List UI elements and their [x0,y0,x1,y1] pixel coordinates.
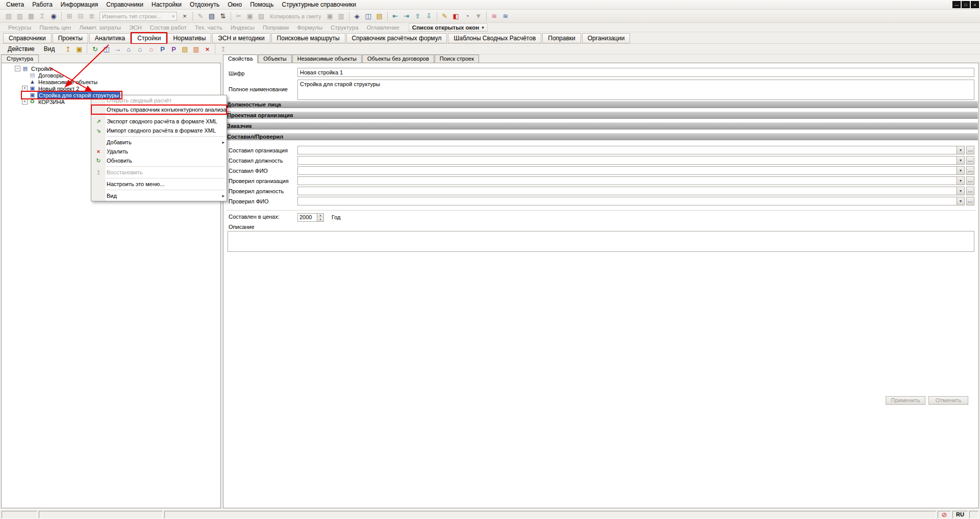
section-dolzhnostnye-lica[interactable]: Должностные лица [224,101,978,108]
highlight-pencil-icon[interactable]: ✎ [439,11,450,21]
fullname-input[interactable]: Стройка для старой структуры [297,80,974,100]
tab-analitika[interactable]: Аналитика [89,33,131,43]
ctx-export-xml[interactable]: ⇗ Экспорт сводного расчёта в формате XML [91,117,227,126]
tree-item-stroyka-dlya-staroy-struktury[interactable]: ▣ Стройка для старой структуры [2,92,120,98]
building-blue-icon[interactable]: ⌂ [123,44,134,54]
indent-increase-icon[interactable]: ⇥ [401,11,412,21]
tree-expander-icon[interactable] [22,79,28,85]
menu-rabota[interactable]: Работа [28,0,57,9]
building-teal-icon[interactable]: ⌂ [134,44,145,54]
tree-item-korzina[interactable]: + ♻ КОРЗИНА [2,98,66,105]
pie-chart-icon[interactable]: ◔ [462,11,473,21]
close-button[interactable]: × [971,1,979,8]
tree-expander-icon[interactable]: + [22,86,28,91]
tree-item-stroyki[interactable]: − ▦ Стройки [2,65,54,72]
code-input[interactable]: Новая стройка 1 [297,68,974,77]
combo-input[interactable]: ▾ [297,187,965,195]
windows-stack-icon[interactable]: ◫ [363,11,374,21]
combo-input[interactable]: ▾ [297,166,965,175]
project-flag-alt-icon[interactable]: P [168,44,179,54]
menu-vid[interactable]: Вид [39,45,60,53]
search-icon[interactable]: ◉ [48,11,59,21]
tree-expander-icon[interactable] [22,92,28,98]
menu-strukturnye-spravochniki[interactable]: Структурные справочники [278,0,360,9]
layers-back-icon[interactable]: ≋ [500,11,511,21]
templates-icon[interactable]: ▤ [374,11,385,21]
menu-spravochniki[interactable]: Справочники [102,0,147,9]
open-windows-dropdown[interactable]: Список открытых окон ▾ [409,23,488,32]
chevron-down-icon[interactable]: ▾ [957,167,964,174]
sort-ascending-icon[interactable]: ⇧ [412,11,423,21]
layers-front-icon[interactable]: ≋ [489,11,500,21]
fill-color-icon[interactable]: ◧ [450,11,462,21]
ellipsis-button[interactable]: … [966,197,974,205]
tab-popravki[interactable]: Поправки [542,33,581,43]
rtab-nezavisimye-obekty[interactable]: Независимые объекты [292,55,362,63]
tree-item-nezavisimye-obekty[interactable]: ▲ Независимые объекты [2,79,98,85]
spin-up-icon[interactable]: ▲ [317,214,323,218]
minimize-button[interactable]: — [952,1,961,8]
ctx-nastroit-menu[interactable]: Настроить это меню... [91,179,227,189]
folder-open-icon[interactable]: ▣ [73,44,85,54]
basket-icon[interactable]: ▥ [190,44,202,54]
menu-nastroyki[interactable]: Настройки [147,0,186,9]
ellipsis-button[interactable]: … [966,146,974,154]
menu-pomosch[interactable]: Помощь [246,0,278,9]
calc-book-icon[interactable]: ▤ [206,11,217,21]
spin-down-icon[interactable]: ▼ [317,218,323,222]
description-textarea[interactable] [228,231,974,252]
rtab-svoystva[interactable]: Свойства [223,55,258,63]
delete-icon[interactable]: × [202,44,213,54]
tab-esn-i-metodiki[interactable]: ЭСН и методики [212,33,270,43]
chevron-down-icon[interactable]: ▾ [957,197,964,205]
tree-expander-icon[interactable]: + [22,99,28,105]
ellipsis-button[interactable]: … [966,156,974,165]
chevron-down-icon[interactable]: ▾ [957,157,964,164]
ctx-vid[interactable]: Вид ▸ [91,191,227,200]
building-pink-icon[interactable]: ⌂ [145,44,157,54]
chevron-down-icon[interactable]: ▾ [957,187,964,195]
menu-deystvie[interactable]: Действие [3,45,39,53]
chevron-down-icon[interactable]: ▾ [957,177,964,185]
go-forward-icon[interactable]: → [112,44,123,54]
indent-decrease-icon[interactable]: ⇤ [390,11,401,21]
section-proektnaya-organizaciya[interactable]: Проектная организация [224,112,978,119]
project-flag-icon[interactable]: P [157,44,168,54]
tab-shablony-svodnyh-raschetov[interactable]: Шаблоны Сводных Расчётов [448,33,541,43]
tree-item-dogovory[interactable]: ▤ Договоры [2,72,64,79]
ctx-obnovit[interactable]: ↻ Обновить [91,156,227,165]
menu-okno[interactable]: Окно [223,0,246,9]
combo-input[interactable]: ▾ [297,197,965,205]
tree-expander-icon[interactable]: − [15,66,20,71]
tab-spravochnik-raschetnyh-formul[interactable]: Справочник расчётных формул [346,33,447,43]
tree-expander-icon[interactable] [22,72,28,78]
sort-descending-icon[interactable]: ⇩ [423,11,435,21]
refresh-icon[interactable]: ↻ [89,44,100,54]
combo-input[interactable]: ▾ [297,156,965,165]
ctx-dobavit[interactable]: Добавить ▸ [91,138,227,147]
maximize-button[interactable]: □ [962,1,970,8]
reference-book-icon[interactable]: ◈ [351,11,363,21]
ellipsis-button[interactable]: … [966,176,974,185]
ctx-udalit[interactable]: × Удалить [91,147,227,156]
menu-informaciya[interactable]: Информация [57,0,102,9]
year-spinner[interactable]: 2000 ▲ ▼ [297,213,324,222]
tab-poiskovye-marshruty[interactable]: Поисковые маршруты [271,33,345,43]
combo-input[interactable]: ▾ [297,176,965,185]
tree-item-novyi-proekt-2[interactable]: + ▣ Новый проект 2 [2,85,80,92]
move-rows-icon[interactable]: ⇅ [217,11,229,21]
tab-proekty[interactable]: Проекты [53,33,88,43]
chevron-down-icon[interactable]: ▾ [957,146,964,154]
ellipsis-button[interactable]: … [966,166,974,175]
note-icon[interactable]: ▤ [179,44,190,54]
menu-otdohnut[interactable]: Отдохнуть [186,0,223,9]
ctx-open-konyunkturny-analiz[interactable]: Открыть справочник конъюнктурного анализ… [91,105,227,114]
rtab-obekty-bez-dogovorov[interactable]: Объекты без договоров [362,55,434,63]
structure-tab[interactable]: Структура [1,55,39,63]
rtab-obekty[interactable]: Объекты [258,55,291,63]
section-sostavil-proveril[interactable]: Составил/Проверил [224,133,978,140]
language-indicator[interactable]: RU [952,511,968,518]
clear-row-type-icon[interactable]: × [179,11,190,21]
tab-organizacii[interactable]: Организации [582,33,631,43]
section-zakazchik[interactable]: Заказчик [224,122,978,129]
